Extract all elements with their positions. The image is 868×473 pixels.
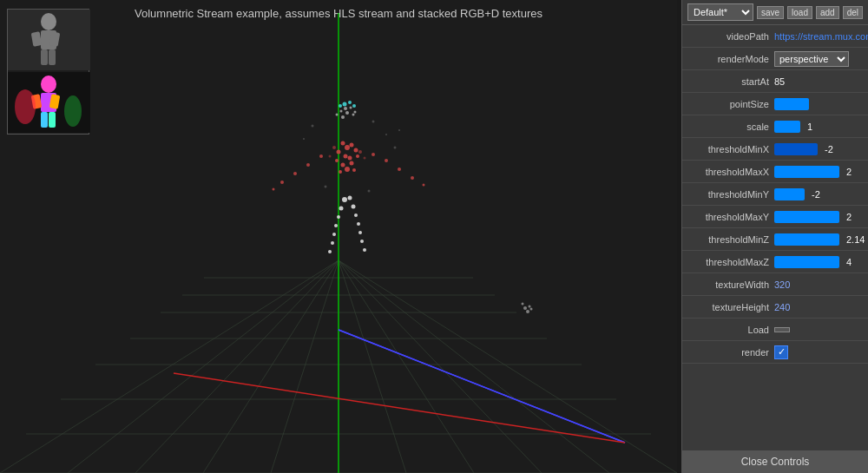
scale-row: scale 1 bbox=[682, 115, 868, 138]
svg-point-37 bbox=[340, 110, 343, 113]
render-mode-label: renderMode bbox=[687, 54, 774, 64]
svg-point-81 bbox=[354, 214, 358, 217]
svg-point-36 bbox=[345, 111, 349, 115]
svg-point-71 bbox=[372, 153, 375, 156]
svg-point-34 bbox=[15, 89, 36, 124]
svg-point-76 bbox=[342, 197, 347, 202]
svg-point-42 bbox=[354, 111, 357, 114]
svg-point-90 bbox=[372, 121, 375, 123]
svg-point-75 bbox=[423, 184, 425, 187]
svg-point-72 bbox=[385, 159, 388, 162]
svg-point-94 bbox=[394, 147, 397, 149]
svg-line-19 bbox=[339, 330, 625, 443]
svg-point-69 bbox=[280, 181, 284, 184]
controls-panel: Default* Custom save load add del videoP… bbox=[681, 0, 868, 473]
threshold-max-z-label: thresholdMaxZ bbox=[687, 257, 774, 267]
threshold-min-z-label: thresholdMinZ bbox=[687, 234, 774, 245]
video-path-row: videoPath https://stream.mux.com/ bbox=[682, 25, 868, 48]
render-mode-select[interactable]: perspective orthographic bbox=[774, 51, 849, 67]
svg-point-55 bbox=[335, 159, 339, 162]
svg-point-88 bbox=[328, 250, 332, 253]
svg-point-54 bbox=[348, 156, 352, 161]
render-mode-row: renderMode perspective orthographic bbox=[682, 48, 868, 70]
svg-point-40 bbox=[350, 107, 352, 109]
svg-point-97 bbox=[368, 190, 371, 193]
add-preset-button[interactable]: add bbox=[816, 6, 839, 19]
video-path-value[interactable]: https://stream.mux.com/ bbox=[774, 31, 868, 42]
axis-y-line bbox=[174, 373, 625, 443]
svg-point-77 bbox=[348, 196, 352, 200]
threshold-min-z-slider[interactable] bbox=[774, 233, 839, 246]
start-at-row: startAt 85 bbox=[682, 70, 868, 93]
svg-point-66 bbox=[319, 154, 323, 158]
load-preset-button[interactable]: load bbox=[787, 6, 812, 19]
threshold-max-y-value: 2 bbox=[846, 212, 852, 222]
threshold-min-x-label: thresholdMinX bbox=[687, 144, 774, 154]
svg-point-50 bbox=[350, 143, 354, 148]
threshold-max-x-row: thresholdMaxX 2 bbox=[682, 161, 868, 183]
svg-rect-33 bbox=[49, 112, 56, 128]
svg-point-99 bbox=[529, 305, 531, 308]
scale-value: 1 bbox=[807, 122, 812, 132]
threshold-max-y-row: thresholdMaxY 2 bbox=[682, 206, 868, 228]
threshold-min-y-slider[interactable] bbox=[774, 188, 805, 200]
svg-point-64 bbox=[329, 155, 332, 158]
svg-point-44 bbox=[343, 102, 347, 107]
render-label: render bbox=[687, 347, 774, 358]
svg-point-87 bbox=[360, 240, 364, 243]
scale-label: scale bbox=[687, 122, 774, 132]
svg-point-38 bbox=[352, 114, 355, 116]
point-size-slider[interactable] bbox=[774, 98, 809, 110]
threshold-max-z-slider[interactable] bbox=[774, 256, 839, 268]
texture-width-value: 320 bbox=[774, 279, 790, 290]
threshold-min-z-row: thresholdMinZ 2.14 bbox=[682, 228, 868, 251]
svg-point-49 bbox=[341, 141, 345, 146]
svg-point-101 bbox=[526, 310, 529, 313]
svg-point-74 bbox=[411, 176, 414, 180]
svg-point-84 bbox=[332, 233, 336, 236]
close-controls-button[interactable]: Close Controls bbox=[682, 450, 868, 473]
svg-point-89 bbox=[363, 248, 366, 252]
point-cloud-figure bbox=[260, 95, 434, 338]
threshold-max-z-value: 4 bbox=[846, 257, 852, 267]
texture-width-label: textureWidth bbox=[687, 279, 774, 290]
svg-point-35 bbox=[64, 95, 82, 127]
threshold-max-x-label: thresholdMaxX bbox=[687, 167, 774, 177]
svg-point-57 bbox=[341, 163, 345, 168]
threshold-max-x-slider[interactable] bbox=[774, 166, 839, 178]
svg-point-60 bbox=[339, 170, 342, 174]
svg-point-98 bbox=[523, 306, 527, 310]
svg-point-100 bbox=[522, 303, 524, 305]
debris-object bbox=[512, 291, 542, 321]
svg-point-58 bbox=[350, 161, 354, 166]
point-size-row: pointSize bbox=[682, 93, 868, 115]
svg-rect-25 bbox=[41, 49, 48, 65]
load-label: Load bbox=[687, 325, 774, 335]
scale-slider[interactable] bbox=[774, 121, 800, 133]
start-at-value: 85 bbox=[774, 76, 785, 87]
svg-point-65 bbox=[364, 157, 366, 160]
svg-point-63 bbox=[358, 150, 362, 154]
render-checkbox[interactable] bbox=[774, 345, 788, 359]
save-preset-button[interactable]: save bbox=[757, 6, 784, 19]
svg-point-79 bbox=[352, 205, 356, 209]
svg-point-48 bbox=[345, 145, 350, 150]
threshold-max-y-slider[interactable] bbox=[774, 211, 839, 223]
svg-point-80 bbox=[337, 215, 340, 219]
del-preset-button[interactable]: del bbox=[843, 6, 863, 19]
threshold-min-x-value: -2 bbox=[825, 144, 833, 154]
svg-point-102 bbox=[530, 308, 533, 311]
video-path-label: videoPath bbox=[687, 31, 774, 42]
texture-width-row: textureWidth 320 bbox=[682, 273, 868, 296]
svg-point-52 bbox=[354, 148, 358, 153]
svg-point-28 bbox=[41, 76, 56, 93]
preset-dropdown[interactable]: Default* Custom bbox=[687, 3, 753, 21]
threshold-min-x-slider[interactable] bbox=[774, 143, 818, 155]
svg-point-59 bbox=[345, 167, 350, 172]
start-at-label: startAt bbox=[687, 76, 774, 87]
thumb-depth bbox=[8, 72, 90, 133]
load-button[interactable] bbox=[774, 327, 790, 332]
svg-point-96 bbox=[325, 186, 327, 188]
3d-viewport: Volumnetric Stream example, assumes HLS … bbox=[0, 0, 677, 473]
svg-point-93 bbox=[303, 138, 305, 140]
